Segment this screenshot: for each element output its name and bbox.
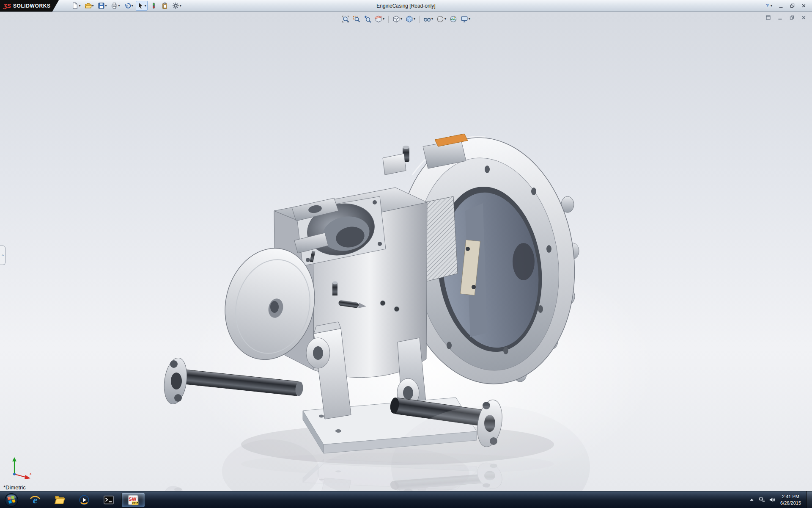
- zoom-to-fit-button[interactable]: [340, 14, 351, 24]
- zoom-to-area-icon: [353, 15, 360, 23]
- dropdown-caret[interactable]: ▾: [401, 17, 402, 21]
- display-style-icon: [406, 15, 413, 23]
- options-button[interactable]: ▾: [171, 1, 183, 11]
- display-style-button[interactable]: ▾: [404, 14, 417, 24]
- triad-y-axis: [12, 457, 16, 474]
- options-icon: [172, 2, 179, 9]
- apply-scene-icon: [450, 15, 457, 23]
- dropdown-caret[interactable]: ▾: [118, 4, 120, 8]
- hide-show-items-icon: [423, 15, 431, 23]
- internet-explorer-icon: [30, 494, 41, 505]
- svg-text:x: x: [30, 472, 32, 476]
- rebuild-button[interactable]: [149, 1, 159, 11]
- start-button[interactable]: [0, 491, 23, 508]
- clipboard-icon: [161, 2, 168, 9]
- task-pane-flyout-handle[interactable]: ‹›: [0, 246, 5, 265]
- close-icon: [801, 15, 807, 20]
- close-button[interactable]: [800, 14, 808, 22]
- clipboard-button[interactable]: [160, 1, 170, 11]
- media-player-button[interactable]: [72, 493, 96, 507]
- network-button[interactable]: [757, 494, 767, 506]
- view-orientation-button[interactable]: ▾: [391, 14, 403, 24]
- help-icon: [765, 3, 770, 8]
- undo-button[interactable]: ▾: [123, 1, 134, 11]
- reference-triad: x: [6, 456, 33, 482]
- show-desktop-button[interactable]: [806, 491, 812, 508]
- file-explorer-button[interactable]: [48, 493, 71, 507]
- dropdown-caret[interactable]: ▾: [145, 4, 146, 8]
- print-icon: [111, 2, 118, 9]
- full-screen-icon: [765, 15, 771, 20]
- rebuild-icon: [150, 2, 157, 9]
- restore-button[interactable]: [788, 2, 796, 10]
- command-prompt-button[interactable]: [97, 493, 121, 507]
- open-button[interactable]: ▾: [83, 1, 95, 11]
- windows-taskbar: 2:41 PM 6/26/2015: [0, 491, 812, 508]
- hide-show-items-button[interactable]: ▾: [422, 14, 434, 24]
- dropdown-caret[interactable]: ▾: [431, 17, 433, 21]
- volume-button[interactable]: [767, 494, 777, 506]
- taskbar-clock[interactable]: 2:41 PM 6/26/2015: [778, 494, 805, 506]
- toolbar-separator: [419, 16, 420, 23]
- help-button[interactable]: ▾: [763, 2, 774, 10]
- new-document-icon: [71, 2, 79, 9]
- document-window-controls: [764, 14, 808, 22]
- save-button[interactable]: ▾: [96, 1, 108, 11]
- undo-icon: [124, 2, 131, 9]
- new-document-button[interactable]: ▾: [70, 1, 82, 11]
- edit-appearance-button[interactable]: ▾: [435, 14, 447, 24]
- triad-z-axis: [13, 473, 16, 475]
- minimize-button[interactable]: [777, 2, 785, 10]
- brand-name: SOLIDWORKS: [13, 3, 51, 9]
- solidworks-2015-button[interactable]: [121, 493, 145, 507]
- select-cursor-button[interactable]: ▾: [136, 1, 148, 11]
- hidden-icons-button[interactable]: [746, 494, 757, 506]
- view-orientation-icon: [392, 15, 400, 23]
- network-icon: [759, 497, 765, 503]
- title-bar: EngineCasing [Read-only] ƷS SOLIDWORKS ▾…: [0, 0, 812, 12]
- heads-up-view-toolbar: ▾▾▾▾▾▾: [340, 14, 472, 24]
- save-icon: [98, 2, 105, 9]
- restore-down-button[interactable]: [788, 14, 796, 22]
- taskbar-pinned-apps: [23, 491, 145, 508]
- open-icon: [85, 2, 92, 9]
- close-button[interactable]: [800, 2, 808, 10]
- dropdown-caret[interactable]: ▾: [92, 4, 94, 8]
- dropdown-caret[interactable]: ▾: [79, 4, 81, 8]
- triad-x-axis: x: [14, 472, 32, 479]
- minimize-icon: [777, 15, 783, 20]
- standard-toolbar: ▾▾▾▾▾▾▾: [70, 1, 183, 11]
- view-orientation-label: *Dimetric: [3, 484, 26, 491]
- front-shaft[interactable]: [162, 356, 304, 406]
- view-settings-icon: [461, 15, 468, 23]
- section-view-button[interactable]: ▾: [373, 14, 386, 24]
- section-view-icon: [375, 15, 382, 23]
- print-button[interactable]: ▾: [110, 1, 121, 11]
- engine-casing-model[interactable]: [0, 12, 812, 491]
- dropdown-caret[interactable]: ▾: [444, 17, 446, 21]
- dropdown-caret[interactable]: ▾: [132, 4, 133, 8]
- dropdown-caret[interactable]: ▾: [771, 4, 772, 8]
- dropdown-caret[interactable]: ▾: [469, 17, 470, 21]
- minimize-icon: [778, 3, 784, 8]
- apply-scene-button[interactable]: [448, 14, 458, 24]
- restore-down-icon: [789, 15, 795, 20]
- graphics-area[interactable]: ▾▾▾▾▾▾ ‹›: [0, 12, 812, 491]
- zoom-to-area-button[interactable]: [351, 14, 362, 24]
- dropdown-caret[interactable]: ▾: [105, 4, 107, 8]
- solidworks-2015-icon: [128, 494, 139, 505]
- previous-view-button[interactable]: [362, 14, 373, 24]
- dropdown-caret[interactable]: ▾: [414, 17, 415, 21]
- dassault-logo-icon: ƷS: [3, 3, 11, 9]
- media-player-icon: [79, 494, 90, 505]
- view-settings-button[interactable]: ▾: [459, 14, 472, 24]
- dropdown-caret[interactable]: ▾: [383, 17, 384, 21]
- close-icon: [801, 3, 807, 8]
- full-screen-button[interactable]: [764, 14, 772, 22]
- minimize-button[interactable]: [776, 14, 784, 22]
- file-explorer-icon: [54, 494, 65, 505]
- internet-explorer-button[interactable]: [23, 493, 47, 507]
- clock-date: 6/26/2015: [780, 500, 801, 506]
- volume-icon: [769, 497, 775, 503]
- dropdown-caret[interactable]: ▾: [180, 4, 181, 8]
